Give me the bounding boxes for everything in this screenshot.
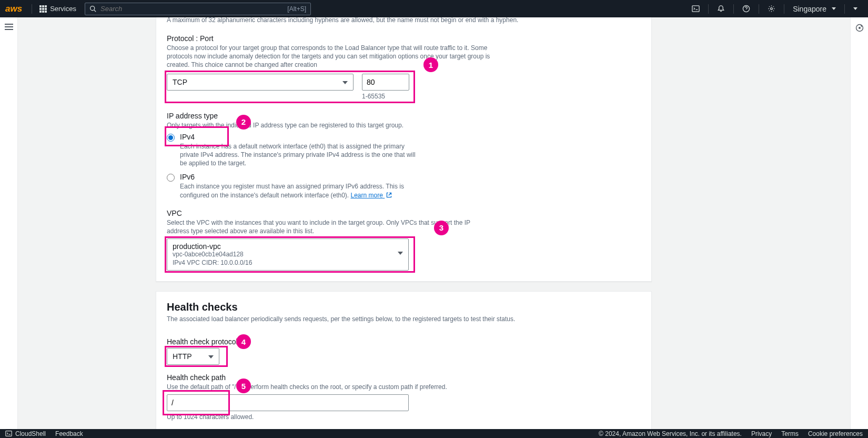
health-checks-panel: Health checks The associated load balanc…: [156, 291, 652, 429]
bottom-bar: CloudShell Feedback © 2024, Amazon Web S…: [0, 429, 868, 438]
terms-link[interactable]: Terms: [781, 430, 799, 437]
cloudshell-button[interactable]: CloudShell: [5, 430, 46, 437]
services-label: Services: [50, 5, 76, 13]
annotation-bubble-4: 4: [236, 334, 251, 349]
protocol-port-desc: Choose a protocol for your target group …: [167, 44, 493, 69]
divider: [844, 4, 845, 14]
search-shortcut: [Alt+S]: [287, 5, 306, 13]
hc-path-input[interactable]: [167, 394, 409, 411]
left-rail: [0, 17, 18, 429]
svg-line-1: [94, 10, 96, 12]
cloudshell-label: CloudShell: [15, 430, 46, 437]
ipv6-learn-more-link[interactable]: Learn more: [351, 192, 393, 199]
cloudshell-icon: [692, 5, 700, 13]
ipv6-label: IPv6: [180, 173, 422, 181]
port-input[interactable]: [362, 74, 409, 91]
cookie-link[interactable]: Cookie preferences: [808, 430, 863, 437]
ipv4-desc: Each instance has a default network inte…: [180, 142, 422, 168]
copyright: © 2024, Amazon Web Services, Inc. or its…: [599, 430, 742, 437]
vpc-highlight: production-vpc vpc-0abce0cb1e04ad128 IPv…: [167, 238, 413, 271]
top-right-controls: Singapore: [687, 2, 868, 16]
hc-protocol-highlight: HTTP: [167, 348, 226, 365]
bell-icon: [717, 5, 725, 13]
caret-down-icon: [208, 355, 214, 359]
health-checks-sub: The associated load balancer periodicall…: [167, 315, 641, 323]
protocol-value: TCP: [173, 78, 187, 86]
vpc-cidr: IPv4 VPC CIDR: 10.0.0.0/16: [173, 259, 392, 267]
vpc-name: production-vpc: [173, 242, 392, 251]
vpc-select[interactable]: production-vpc vpc-0abce0cb1e04ad128 IPv…: [167, 238, 409, 271]
name-hint-truncated: A maximum of 32 alphanumeric characters …: [156, 17, 651, 24]
ipv4-radio-row: IPv4 Each instance has a default network…: [167, 133, 641, 168]
protocol-port-highlight: TCP 1-65535: [167, 73, 413, 101]
help-panel-icon[interactable]: [855, 24, 864, 32]
divider: [759, 4, 759, 14]
region-selector[interactable]: Singapore: [788, 2, 841, 16]
open-nav-icon[interactable]: [5, 24, 13, 30]
global-search[interactable]: [Alt+S]: [85, 3, 311, 15]
ipv4-label: IPv4: [180, 133, 422, 141]
search-icon: [89, 5, 96, 12]
svg-point-0: [90, 6, 95, 11]
divider: [733, 4, 734, 14]
notifications-button[interactable]: [712, 2, 730, 16]
gear-icon: [768, 5, 775, 13]
basic-config-panel: A maximum of 32 alphanumeric characters …: [156, 17, 652, 282]
caret-down-icon: [853, 7, 857, 10]
caret-down-icon: [832, 7, 836, 10]
caret-down-icon: [398, 252, 403, 255]
cloudshell-top-button[interactable]: [687, 2, 705, 16]
divider: [708, 4, 709, 14]
divider: [32, 4, 32, 14]
services-menu[interactable]: Services: [35, 3, 80, 15]
health-checks-title: Health checks: [167, 301, 641, 313]
feedback-link[interactable]: Feedback: [55, 430, 83, 437]
caret-down-icon: [342, 81, 348, 84]
ipv4-radio[interactable]: [167, 134, 175, 142]
account-menu[interactable]: [848, 4, 865, 13]
hc-path-hint: Up to 1024 characters allowed.: [167, 413, 641, 421]
hc-protocol-select[interactable]: HTTP: [167, 348, 219, 365]
annotation-bubble-2: 2: [236, 115, 251, 130]
help-icon: [742, 5, 750, 13]
svg-point-6: [859, 27, 861, 29]
aws-top-nav: aws Services [Alt+S] Singapore: [0, 0, 868, 17]
divider: [784, 4, 784, 14]
protocol-port-label: Protocol : Port: [167, 34, 641, 43]
help-button[interactable]: [737, 2, 755, 16]
svg-rect-7: [6, 431, 12, 436]
learn-more-text: Learn more: [351, 192, 383, 199]
annotation-bubble-3: 3: [434, 221, 449, 235]
settings-button[interactable]: [762, 2, 781, 16]
protocol-select[interactable]: TCP: [167, 74, 354, 91]
port-hint: 1-65535: [362, 93, 409, 100]
cloudshell-icon: [5, 430, 12, 437]
ipv6-desc: Each instance you register must have an …: [180, 182, 422, 199]
region-label: Singapore: [793, 5, 826, 13]
right-rail: [850, 17, 868, 429]
main-scroll-area[interactable]: A maximum of 32 alphanumeric characters …: [18, 17, 850, 429]
search-input[interactable]: [100, 5, 283, 13]
grid-icon: [39, 5, 47, 13]
ipv6-radio[interactable]: [167, 174, 175, 182]
vpc-id: vpc-0abce0cb1e04ad128: [173, 251, 392, 259]
svg-point-4: [771, 8, 773, 10]
ipv6-radio-row: IPv6 Each instance you register must hav…: [167, 173, 641, 199]
svg-rect-2: [692, 6, 699, 12]
external-link-icon: [386, 192, 392, 198]
annotation-bubble-1: 1: [423, 57, 438, 72]
vpc-label: VPC: [167, 209, 641, 217]
hc-protocol-value: HTTP: [173, 352, 192, 361]
aws-logo[interactable]: aws: [0, 4, 28, 14]
privacy-link[interactable]: Privacy: [751, 430, 772, 437]
